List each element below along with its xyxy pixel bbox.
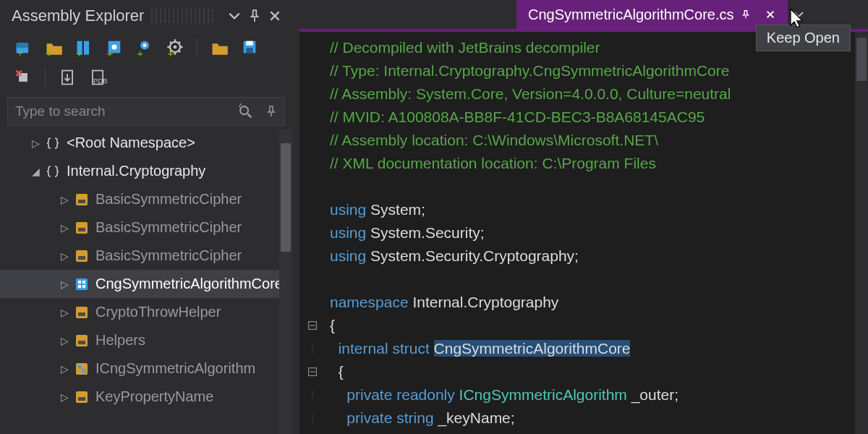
editor-scrollbar[interactable] <box>855 32 868 434</box>
expand-arrow-icon[interactable]: ▷ <box>58 307 71 318</box>
expand-arrow-icon[interactable]: ▷ <box>58 363 71 375</box>
class-y-icon <box>72 388 91 407</box>
tree-node[interactable]: ◢Internal.Cryptography <box>0 157 292 185</box>
tree-node[interactable]: ▷BasicSymmetricCipher <box>0 242 292 270</box>
expand-arrow-icon[interactable]: ▷ <box>58 250 71 262</box>
editor-gutter[interactable] <box>299 32 326 434</box>
expand-arrow-icon[interactable]: ▷ <box>58 335 71 346</box>
tree-node-label: BasicSymmetricCipher <box>95 247 242 264</box>
tree-node[interactable]: ▷CngSymmetricAlgorithmCore <box>0 270 292 298</box>
dir-button[interactable] <box>206 34 232 60</box>
code-editor[interactable]: // Decompiled with JetBrains decompiler/… <box>299 29 868 434</box>
svg-rect-17 <box>246 41 252 46</box>
tree-node[interactable]: ▷KeyPropertyName <box>0 383 292 411</box>
tree-node-label: BasicSymmetricCipher <box>95 219 242 236</box>
expand-arrow-icon[interactable]: ▷ <box>58 194 71 205</box>
tree-node[interactable]: ▷ICngSymmetricAlgorithm <box>0 354 292 383</box>
svg-rect-18 <box>246 48 252 53</box>
svg-rect-29 <box>78 256 85 260</box>
tree-node[interactable]: ▷<Root Namespace> <box>0 129 292 157</box>
svg-text:+: + <box>137 47 143 56</box>
tree-node[interactable]: ▷BasicSymmetricCipher <box>0 185 292 213</box>
svg-text:+: + <box>17 47 23 56</box>
search-input[interactable] <box>8 103 232 119</box>
close-icon[interactable] <box>266 7 284 25</box>
svg-rect-33 <box>78 285 81 288</box>
svg-rect-43 <box>78 397 85 401</box>
open-button[interactable]: + <box>10 34 36 60</box>
tree-node-label: <Root Namespace> <box>67 135 195 151</box>
svg-text:PDB: PDB <box>93 77 107 85</box>
panel-header: Assembly Explorer <box>0 0 292 32</box>
class-y-icon <box>72 247 91 265</box>
svg-text:+: + <box>106 47 113 56</box>
expand-arrow-icon[interactable]: ▷ <box>58 391 71 403</box>
tree-node-label: KeyPropertyName <box>95 388 213 405</box>
tree-scrollbar[interactable] <box>279 129 292 434</box>
pdb-button[interactable]: PDB <box>85 64 111 90</box>
class-y-icon <box>72 331 91 350</box>
add-nuget-button[interactable]: + <box>101 34 127 60</box>
svg-rect-30 <box>76 278 88 290</box>
editor-code[interactable]: // Decompiled with JetBrains decompiler/… <box>326 32 868 434</box>
class-y-icon <box>72 190 91 209</box>
panel-title: Assembly Explorer <box>12 7 144 25</box>
tree-node[interactable]: ▷BasicSymmetricCipher <box>0 213 292 242</box>
braces-icon <box>43 162 62 181</box>
settings-button[interactable]: + <box>162 34 188 60</box>
braces-icon <box>43 134 62 153</box>
struct-icon <box>72 275 91 294</box>
tree-node-label: Internal.Cryptography <box>67 163 205 179</box>
tree-node-label: ICngSymmetricAlgorithm <box>95 360 255 377</box>
save-button[interactable] <box>237 34 263 60</box>
tree-node[interactable]: ▷Helpers <box>0 326 292 354</box>
expand-arrow-icon[interactable]: ▷ <box>58 278 71 290</box>
tree-node[interactable]: ▷CryptoThrowHelper <box>0 298 292 326</box>
search-pin-icon[interactable] <box>258 106 284 117</box>
svg-rect-32 <box>82 281 85 284</box>
svg-rect-34 <box>82 285 85 288</box>
tab-label: CngSymmetricAlgorithmCore.cs <box>528 7 734 23</box>
mouse-cursor <box>788 7 807 32</box>
expand-arrow-icon[interactable]: ▷ <box>29 137 42 149</box>
add-source-button[interactable]: + <box>132 34 158 60</box>
svg-rect-38 <box>78 341 85 344</box>
tree-node-label: BasicSymmetricCipher <box>95 191 242 208</box>
class-y-icon <box>72 303 91 322</box>
tab-close-icon[interactable] <box>760 4 780 25</box>
toolbar-row-1: ++++++ <box>0 32 292 62</box>
svg-rect-5 <box>84 41 89 55</box>
panel-grip <box>151 9 216 23</box>
remove-button[interactable] <box>10 64 36 90</box>
svg-rect-27 <box>78 228 85 231</box>
tree-node-label: CryptoThrowHelper <box>95 304 221 320</box>
search-bar <box>7 97 285 126</box>
tree-node-label: CngSymmetricAlgorithmCore <box>95 276 283 292</box>
class-y-icon <box>72 218 91 237</box>
panel-menu-icon[interactable] <box>226 7 243 25</box>
search-icon[interactable] <box>232 103 258 119</box>
svg-rect-31 <box>78 281 81 284</box>
expand-arrow-icon[interactable]: ◢ <box>29 166 42 177</box>
svg-text:+: + <box>76 47 82 56</box>
tree-node-label: Helpers <box>95 332 145 349</box>
svg-text:+: + <box>46 47 52 56</box>
toolbar-row-2: PDB <box>0 62 292 93</box>
assembly-tree[interactable]: ▷<Root Namespace>◢Internal.Cryptography▷… <box>0 129 292 434</box>
add-assemblies-button[interactable]: + <box>71 34 97 60</box>
pin-icon[interactable] <box>246 7 263 25</box>
tab-active[interactable]: CngSymmetricAlgorithmCore.cs <box>516 0 788 29</box>
expand-arrow-icon[interactable]: ▷ <box>58 222 71 234</box>
svg-rect-25 <box>78 200 85 203</box>
export-button[interactable] <box>54 64 80 90</box>
add-folder-button[interactable]: + <box>41 34 67 60</box>
svg-point-23 <box>240 106 248 114</box>
svg-rect-36 <box>78 312 85 316</box>
tab-keep-open-icon[interactable] <box>739 4 753 25</box>
svg-text:+: + <box>167 47 174 56</box>
iface-icon <box>72 359 91 378</box>
